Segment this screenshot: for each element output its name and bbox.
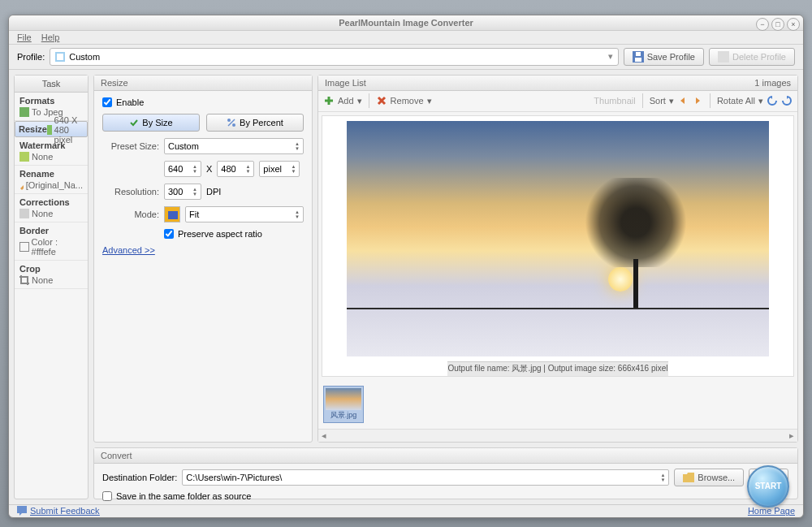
height-input[interactable]: 480▲▼ (217, 161, 254, 177)
next-icon[interactable] (692, 95, 703, 106)
profile-icon (55, 52, 65, 62)
menubar: File Help (9, 31, 803, 44)
app-window: PearlMountain Image Converter − □ × File… (8, 15, 804, 518)
image-count: 1 images (754, 78, 791, 88)
image-list-title: Image List (325, 78, 366, 88)
dest-folder-input[interactable]: C:\Users\win-7\Pictures\▲▼ (182, 469, 669, 486)
svg-rect-14 (168, 211, 178, 219)
mode-select[interactable]: Fit▲▼ (185, 206, 304, 222)
preview-area: Output file name: 风景.jpg | Output image … (322, 115, 794, 377)
save-icon (633, 51, 644, 63)
titlebar: PearlMountain Image Converter − □ × (9, 15, 803, 31)
footer: Submit Feedback Home Page (9, 504, 803, 517)
feedback-icon (17, 506, 27, 516)
save-profile-button[interactable]: Save Profile (624, 48, 704, 66)
enable-checkbox[interactable]: Enable (102, 97, 304, 107)
convert-title: Convert (101, 451, 132, 460)
image-list-panel: Image List1 images Add ▾ Remove ▾ Thumbn… (317, 75, 798, 443)
minimize-button[interactable]: − (756, 18, 769, 31)
svg-rect-6 (19, 107, 29, 117)
thumbnail-item[interactable]: 风景.jpg (323, 386, 364, 423)
svg-rect-8 (19, 152, 29, 162)
resolution-input[interactable]: 300▲▼ (164, 184, 201, 200)
svg-rect-4 (636, 52, 641, 56)
folder-icon (683, 473, 694, 482)
task-panel: Task Formats To Jpeg Resize 640 X 480 pi… (14, 75, 89, 499)
home-link[interactable]: Home Page (748, 506, 795, 516)
svg-rect-1 (57, 54, 63, 60)
image-toolbar: Add ▾ Remove ▾ Thumbnail Sort▾ Rotate (318, 91, 797, 112)
start-button[interactable]: START (747, 465, 789, 508)
sort-button[interactable]: Sort (650, 96, 666, 106)
thumbnail-button: Thumbnail (594, 96, 635, 106)
corrections-icon (19, 209, 29, 218)
task-border[interactable]: Border Color : #fffefe (15, 222, 88, 261)
preview-image (347, 121, 769, 356)
profile-label: Profile: (17, 52, 45, 62)
delete-profile-button: Delete Profile (709, 48, 795, 66)
resize-panel: Resize Enable By Size By Percent Preset … (93, 75, 313, 443)
browse-button[interactable]: Browse... (674, 469, 744, 486)
chevron-down-icon: ▾ (608, 51, 613, 62)
svg-rect-10 (19, 242, 29, 252)
delete-icon (718, 51, 729, 63)
svg-point-12 (232, 123, 235, 127)
rotate-left-icon[interactable] (767, 95, 778, 106)
thumbnail-strip: 风景.jpg (318, 380, 797, 429)
svg-rect-5 (718, 51, 729, 63)
task-rename[interactable]: Rename [Original_Na... (15, 166, 88, 194)
crop-icon (19, 275, 29, 285)
rotate-all-button[interactable]: Rotate All (717, 96, 755, 106)
svg-rect-9 (19, 209, 29, 218)
svg-point-11 (227, 119, 231, 122)
watermark-icon (19, 152, 29, 162)
task-resize[interactable]: Resize 640 X 480 pixel (15, 121, 88, 137)
preset-size-select[interactable]: Custom▲▼ (164, 138, 304, 154)
task-watermark[interactable]: Watermark None (15, 137, 88, 166)
close-button[interactable]: × (787, 18, 800, 31)
percent-icon (227, 118, 236, 127)
svg-rect-7 (47, 125, 52, 135)
check-icon (129, 118, 139, 127)
resize-icon (47, 125, 52, 135)
preserve-aspect-checkbox[interactable]: Preserve aspect ratio (102, 229, 304, 239)
mode-icon (164, 206, 180, 222)
maximize-button[interactable]: □ (771, 18, 784, 31)
by-percent-tab[interactable]: By Percent (206, 114, 304, 132)
task-header: Task (15, 76, 88, 93)
add-button[interactable]: Add (338, 96, 354, 106)
profile-combo[interactable]: Custom ▾ (50, 48, 618, 66)
same-folder-checkbox[interactable]: Save in the same folder as source (102, 491, 789, 501)
svg-rect-3 (635, 58, 641, 62)
by-size-tab[interactable]: By Size (102, 114, 200, 132)
output-status: Output file name: 风景.jpg | Output image … (447, 361, 667, 376)
task-corrections[interactable]: Corrections None (15, 194, 88, 222)
rotate-right-icon[interactable] (781, 95, 793, 106)
task-crop[interactable]: Crop None (15, 261, 88, 289)
menu-file[interactable]: File (17, 32, 32, 42)
unit-select[interactable]: pixel▲▼ (259, 161, 300, 177)
resize-title: Resize (101, 78, 128, 88)
remove-button[interactable]: Remove (391, 96, 424, 106)
plus-icon (323, 95, 335, 106)
app-title: PearlMountain Image Converter (9, 18, 803, 28)
convert-panel: Convert Destination Folder: C:\Users\win… (93, 447, 798, 499)
advanced-link[interactable]: Advanced >> (102, 245, 304, 255)
scrollbar[interactable]: ◂▸ (318, 429, 797, 442)
dest-label: Destination Folder: (102, 473, 177, 482)
feedback-link[interactable]: Submit Feedback (30, 506, 100, 516)
image-icon (19, 107, 29, 117)
menu-help[interactable]: Help (41, 32, 60, 42)
svg-rect-15 (17, 506, 27, 513)
border-icon (19, 242, 29, 252)
rename-icon (19, 180, 24, 190)
profile-bar: Profile: Custom ▾ Save Profile Delete Pr… (9, 45, 803, 70)
prev-icon[interactable] (677, 95, 689, 106)
width-input[interactable]: 640▲▼ (164, 161, 201, 177)
remove-icon (376, 95, 387, 106)
